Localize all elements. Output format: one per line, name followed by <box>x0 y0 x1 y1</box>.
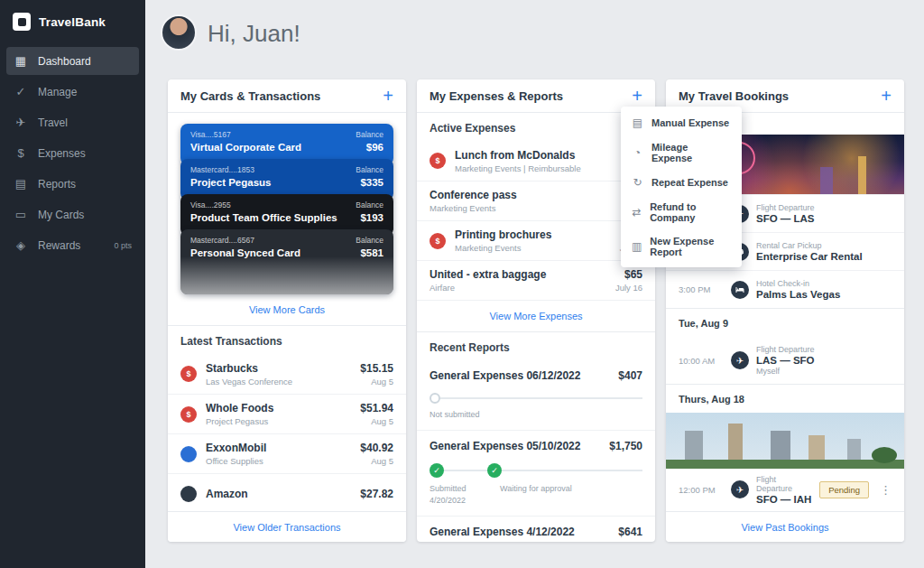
expense-row[interactable]: Conference pass Marketing Events <box>417 181 655 220</box>
check-icon: ✓ <box>430 463 444 478</box>
check-icon: ✓ <box>487 463 502 478</box>
sidebar-item-my-cards[interactable]: ▭ My Cards <box>6 200 139 228</box>
menu-item-mileage-expense[interactable]: ◔ Mileage Expense <box>621 135 742 170</box>
dollar-glyph: $ <box>186 410 190 419</box>
report-icon: ▥ <box>632 240 642 253</box>
cards-transactions-panel: My Cards & Transactions + Visa....5167 V… <box>168 79 406 542</box>
menu-item-repeat-expense[interactable]: ↻ Repeat Expense <box>621 170 742 195</box>
expense-row[interactable]: $ Lunch from McDonalds Marketing Events … <box>417 141 655 181</box>
repeat-icon: ↻ <box>632 176 643 189</box>
add-expense-button[interactable]: + <box>632 87 642 105</box>
report-amount: $407 <box>618 369 642 382</box>
sidebar-item-label: Expenses <box>38 147 86 160</box>
card-number: Mastercard....6567 <box>190 236 300 245</box>
sidebar-item-label: Rewards <box>38 239 80 252</box>
transaction-row[interactable]: $ Whole Foods Project Pegasus $51.94 Aug… <box>168 394 406 433</box>
building-shape <box>771 431 790 460</box>
balance-label: Balance <box>356 130 383 139</box>
reports-icon: ▤ <box>14 177 28 191</box>
transaction-name: Whole Foods <box>206 402 351 414</box>
transaction-detail: Office Supplies <box>206 456 351 466</box>
view-past-bookings-link[interactable]: View Past Bookings <box>666 511 904 542</box>
expense-detail: Airfare <box>430 283 606 293</box>
booking-time: 12:00 PM <box>679 485 724 495</box>
brand-name: TravelBank <box>39 15 106 29</box>
card-name: Project Pegasus <box>190 177 271 188</box>
sidebar-item-rewards[interactable]: ◈ Rewards 0 pts <box>6 231 139 259</box>
sidebar-item-reports[interactable]: ▤ Reports <box>6 170 139 198</box>
view-older-transactions-link[interactable]: View Older Transactions <box>168 511 406 542</box>
credit-card[interactable]: Mastercard....6567 Personal Synced Card … <box>180 229 393 294</box>
card-balance: $193 <box>356 212 383 223</box>
greeting-text: Hi, Juan! <box>208 20 300 48</box>
view-more-expenses-link[interactable]: View More Expenses <box>417 300 655 331</box>
card-name: Personal Synced Card <box>190 247 300 258</box>
transaction-name: Amazon <box>206 488 351 500</box>
card-balance: $581 <box>356 247 383 258</box>
report-name: General Expenses 4/12/2022 <box>430 526 575 538</box>
latest-transactions-label: Latest Transactions <box>168 325 406 354</box>
report-progress: ✓ ✓ <box>430 463 642 478</box>
sidebar-item-dashboard[interactable]: ▦ Dashboard <box>6 47 139 75</box>
booking-time: 3:00 PM <box>679 284 724 294</box>
report-status-mid: Waiting for approval <box>500 483 572 507</box>
expense-detail: Marketing Events | Reimbursable <box>455 163 633 173</box>
rewards-points-badge: 0 pts <box>114 241 132 250</box>
sidebar-item-expenses[interactable]: $ Expenses <box>6 139 139 167</box>
transaction-row[interactable]: ExxonMobil Office Supplies $40.92 Aug 5 <box>168 433 406 473</box>
travelbank-logo-icon <box>13 13 31 31</box>
transaction-name: Starbucks <box>206 362 351 375</box>
menu-item-new-expense-report[interactable]: ▥ New Expense Report <box>621 229 742 264</box>
report-row[interactable]: General Expenses 06/12/2022 $407 Not sub… <box>417 360 655 430</box>
sidebar-item-manage[interactable]: ✓ Manage <box>6 78 139 106</box>
card-balance: $335 <box>356 177 383 188</box>
menu-item-manual-expense[interactable]: ▤ Manual Expense <box>621 110 742 135</box>
booking-row-flight[interactable]: 10:00 AM ✈ Flight Departure LAS — SFO My… <box>666 337 904 384</box>
expense-date: July 16 <box>615 283 642 293</box>
booking-row-flight[interactable]: 12:00 PM ✈ Flight Departure SFO — IAH Pe… <box>666 469 904 510</box>
sidebar-item-label: Reports <box>38 178 76 191</box>
expense-name: Lunch from McDonalds <box>455 149 633 162</box>
transaction-row[interactable]: $ Starbucks Las Vegas Conference $15.15 … <box>168 354 406 394</box>
report-row[interactable]: General Expenses 4/12/2022 $641 ✓ ✓ <box>417 516 655 543</box>
add-booking-button[interactable]: + <box>881 87 892 105</box>
check-glyph: ✓ <box>491 466 498 475</box>
card-number: Visa....5167 <box>190 130 301 139</box>
plane-glyph: ✈ <box>736 356 744 366</box>
card-name: Product Team Office Supplies <box>190 212 337 223</box>
menu-item-refund-to-company[interactable]: ⇄ Refund to Company <box>621 195 742 229</box>
progress-track <box>440 397 642 399</box>
booking-name: SFO — LAS <box>756 213 892 224</box>
more-options-icon[interactable]: ⋮ <box>880 483 892 497</box>
transaction-date: Aug 5 <box>360 456 393 466</box>
transaction-name: ExxonMobil <box>206 442 351 454</box>
menu-item-label: New Expense Report <box>650 236 731 257</box>
expense-row[interactable]: United - extra baggage Airfare $65 July … <box>417 260 655 300</box>
travel-panel-title: My Travel Bookings <box>679 89 789 103</box>
report-status: Submitted <box>430 483 500 496</box>
menu-item-label: Mileage Expense <box>651 142 731 163</box>
menu-item-label: Manual Expense <box>651 117 729 128</box>
expense-row[interactable]: $ Printing brochures Marketing Events $1… <box>417 220 655 260</box>
grass-shape <box>666 460 904 469</box>
avatar[interactable] <box>161 14 197 51</box>
report-name: General Expenses 05/10/2022 <box>430 440 580 452</box>
transaction-amount: $40.92 <box>360 442 393 454</box>
add-card-button[interactable]: + <box>383 87 393 105</box>
transaction-amount: $51.94 <box>360 402 393 414</box>
dashboard-icon: ▦ <box>14 54 28 68</box>
check-glyph: ✓ <box>433 466 440 475</box>
booking-name: Palms Las Vegas <box>756 289 892 300</box>
active-expenses-label: Active Expenses <box>417 113 655 141</box>
transaction-date: Aug 5 <box>360 416 393 426</box>
cards-panel-title: My Cards & Transactions <box>180 89 320 103</box>
expense-name: Printing brochures <box>455 228 611 241</box>
merchant-icon: $ <box>180 366 197 382</box>
sidebar-item-travel[interactable]: ✈ Travel <box>6 108 139 136</box>
report-row[interactable]: General Expenses 05/10/2022 $1,750 ✓ ✓ S… <box>417 430 655 516</box>
booking-name: Enterprise Car Rental <box>756 251 892 262</box>
view-more-cards-link[interactable]: View More Cards <box>168 294 406 325</box>
transaction-row[interactable]: Amazon $27.82 <box>168 473 406 511</box>
new-expense-dropdown-menu: ▤ Manual Expense ◔ Mileage Expense ↻ Rep… <box>621 107 742 267</box>
booking-row-hotel[interactable]: 3:00 PM Hotel Check-in Palms Las Vegas <box>666 270 904 308</box>
